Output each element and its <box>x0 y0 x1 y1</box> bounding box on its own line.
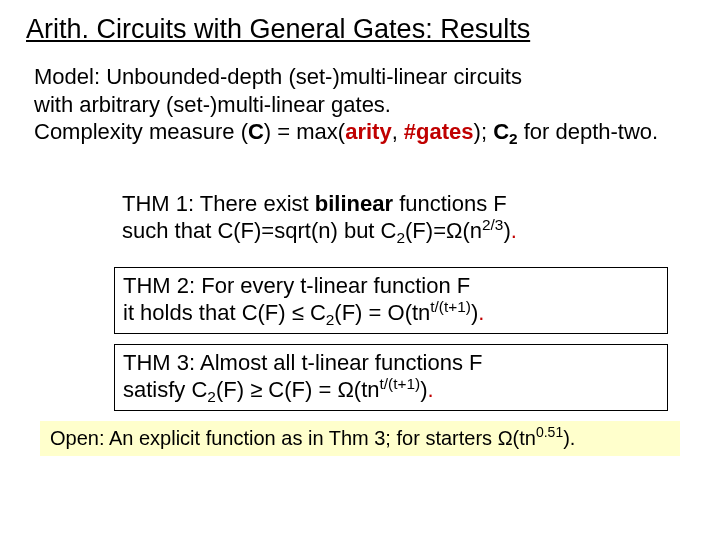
model-arity: arity <box>345 119 391 144</box>
thm1-sub2: 2 <box>396 229 405 246</box>
thm1-b: functions F <box>393 191 507 216</box>
thm3-omega: Ω <box>337 377 353 402</box>
model-sub2: 2 <box>509 130 518 147</box>
thm1-a: THM 1: There exist <box>122 191 315 216</box>
model-line3b: ) = max( <box>264 119 345 144</box>
model-label: Model: <box>34 64 100 89</box>
thm3-sup: t/(t+1) <box>380 375 421 392</box>
model-line3e: for depth-two. <box>518 119 659 144</box>
thm2-dot: . <box>478 300 484 325</box>
open-omega: Ω <box>498 427 513 449</box>
thm2-b: it holds that C(F) ≤ C <box>123 300 326 325</box>
slide: Arith. Circuits with General Gates: Resu… <box>0 0 720 456</box>
model-line3d: ); <box>474 119 494 144</box>
thm1-d: (F)= <box>405 218 446 243</box>
open-sup: 0.51 <box>536 424 563 440</box>
model-line2: with arbitrary (set-)multi-linear gates. <box>34 92 391 117</box>
model-line1: Unbounded-depth (set-)multi-linear circu… <box>100 64 522 89</box>
thm1-dot: . <box>511 218 517 243</box>
open-problem: Open: An explicit function as in Thm 3; … <box>40 421 680 456</box>
open-a: An explicit function as in Thm 3; for st… <box>104 427 497 449</box>
open-label: Open: <box>50 427 104 449</box>
model-C2: C <box>493 119 509 144</box>
model-block: Model: Unbounded-depth (set-)multi-linea… <box>34 63 694 146</box>
thm3-d: (tn <box>354 377 380 402</box>
thm2-sup: t/(t+1) <box>430 298 471 315</box>
thm1: THM 1: There exist bilinear functions F … <box>114 186 668 251</box>
thm1-f: ) <box>503 218 510 243</box>
thm2-a: THM 2: For every t-linear function F <box>123 273 470 298</box>
model-gates: #gates <box>404 119 474 144</box>
thm1-e: (n <box>462 218 482 243</box>
slide-title: Arith. Circuits with General Gates: Resu… <box>26 14 694 45</box>
thm3-b: satisfy C <box>123 377 207 402</box>
open-c: ). <box>563 427 575 449</box>
thm3-c: (F) ≥ C(F) = <box>216 377 337 402</box>
thm3: THM 3: Almost all t-linear functions F s… <box>114 344 668 411</box>
theorem-block: THM 1: There exist bilinear functions F … <box>114 186 668 411</box>
model-C: C <box>248 119 264 144</box>
thm1-c: such that C(F)=sqrt(n) but C <box>122 218 396 243</box>
open-b: (tn <box>513 427 536 449</box>
thm3-a: THM 3: Almost all t-linear functions F <box>123 350 482 375</box>
thm1-sup: 2/3 <box>482 216 503 233</box>
thm1-omega: Ω <box>446 218 462 243</box>
model-line3a: Complexity measure ( <box>34 119 248 144</box>
model-line3c: , <box>392 119 404 144</box>
thm3-dot: . <box>427 377 433 402</box>
thm1-bilinear: bilinear <box>315 191 393 216</box>
thm2-c: (F) = O(tn <box>334 300 430 325</box>
thm2: THM 2: For every t-linear function F it … <box>114 267 668 334</box>
thm3-sub2: 2 <box>207 388 216 405</box>
